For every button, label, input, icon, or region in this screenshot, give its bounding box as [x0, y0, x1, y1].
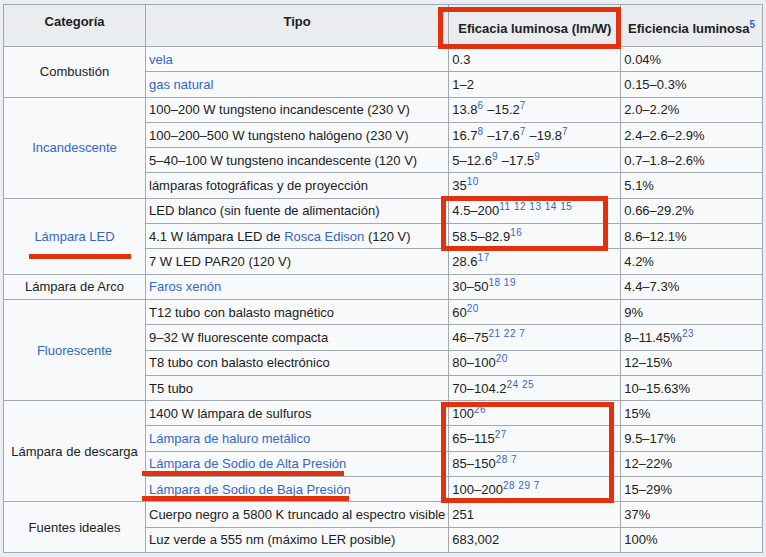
reference-link[interactable]: 20: [467, 302, 479, 313]
eficiencia-cell: 2.4–2.6–2.9%: [621, 122, 763, 147]
eficiencia-cell: 37%: [621, 502, 763, 527]
tipo-cell: 4.1 W lámpara LED de Rosca Edison (120 V…: [146, 224, 449, 249]
wiki-link[interactable]: Rosca Edison: [284, 229, 364, 244]
tipo-cell: T5 tubo: [146, 375, 449, 400]
table-row: Lámpara LEDLED blanco (sin fuente de ali…: [4, 198, 763, 223]
wiki-link[interactable]: Lámpara LED: [34, 229, 114, 244]
table-row: Incandescente100–200 W tungsteno incande…: [4, 97, 763, 122]
reference-link[interactable]: 28 7: [496, 454, 517, 465]
eficiencia-cell: 15–29%: [621, 477, 763, 502]
luminous-efficacy-table: CategoríaTipoEficacia luminosa (lm/W)Efi…: [3, 4, 763, 553]
tipo-cell: T12 tubo con balasto magnético: [146, 299, 449, 324]
eficiencia-cell: 9.5–17%: [621, 426, 763, 451]
eficiencia-cell: 4.2%: [621, 249, 763, 274]
eficacia-cell: 30–5018 19: [449, 274, 621, 299]
wiki-link[interactable]: Lámpara de Sodio de Alta Presión: [149, 456, 346, 471]
col-header-categoria: Categoría: [4, 5, 146, 47]
eficacia-cell: 85–15028 7: [449, 451, 621, 476]
reference-link[interactable]: 24 25: [507, 378, 535, 389]
eficiencia-cell: 0.15–0.3%: [621, 72, 763, 97]
eficacia-cell: 28.617: [449, 249, 621, 274]
eficacia-cell: 1–2: [449, 72, 621, 97]
wiki-link[interactable]: Lámpara de haluro metálico: [149, 431, 310, 446]
eficiencia-cell: 8.6–12.1%: [621, 224, 763, 249]
col-header-tipo: Tipo: [146, 5, 449, 47]
tipo-cell: 100–200–500 W tungsteno halógeno (230 V): [146, 122, 449, 147]
category-cell: Lámpara LED: [4, 198, 146, 274]
tipo-cell: vela: [146, 47, 449, 72]
header-row: CategoríaTipoEficacia luminosa (lm/W)Efi…: [4, 5, 763, 47]
eficacia-cell: 100–20028 29 7: [449, 477, 621, 502]
eficiencia-cell: 8–11.45%23: [621, 325, 763, 350]
category-cell: Lámpara de descarga: [4, 401, 146, 502]
reference-link[interactable]: 7: [562, 125, 568, 136]
eficiencia-cell: 9%: [621, 299, 763, 324]
wiki-link[interactable]: Faros xenón: [149, 279, 221, 294]
eficiencia-cell: 12–22%: [621, 451, 763, 476]
tipo-cell: 9–32 W fluorescente compacta: [146, 325, 449, 350]
reference-link[interactable]: 8: [478, 125, 484, 136]
tipo-cell: Lámpara de haluro metálico: [146, 426, 449, 451]
eficacia-cell: 70–104.224 25: [449, 375, 621, 400]
tipo-cell: Faros xenón: [146, 274, 449, 299]
tipo-cell: gas natural: [146, 72, 449, 97]
reference-link[interactable]: 16: [510, 226, 522, 237]
tipo-cell: 1400 W lámpara de sulfuros: [146, 401, 449, 426]
eficiencia-cell: 12–15%: [621, 350, 763, 375]
tipo-cell: Lámpara de Sodio de Baja Presión: [146, 477, 449, 502]
reference-link[interactable]: 7: [520, 100, 526, 111]
reference-link[interactable]: 10: [467, 176, 479, 187]
eficacia-cell: 3510: [449, 173, 621, 198]
eficacia-cell: 0.3: [449, 47, 621, 72]
col-header-eficacia: Eficacia luminosa (lm/W): [449, 5, 621, 47]
reference-link[interactable]: 27: [495, 429, 507, 440]
reference-link[interactable]: 5: [749, 19, 755, 30]
category-cell: Lámpara de Arco: [4, 274, 146, 299]
wiki-link[interactable]: gas natural: [149, 77, 213, 92]
reference-link[interactable]: 28 29 7: [503, 479, 540, 490]
tipo-cell: 7 W LED PAR20 (120 V): [146, 249, 449, 274]
table-row: Lámpara de ArcoFaros xenón30–5018 194.4–…: [4, 274, 763, 299]
eficiencia-cell: 100%: [621, 527, 763, 552]
col-header-eficiencia: Eficiencia luminosa5: [621, 5, 763, 47]
category-cell: Fluorescente: [4, 299, 146, 400]
table-row: Fuentes idealesCuerpo negro a 5800 K tru…: [4, 502, 763, 527]
eficiencia-cell: 5.1%: [621, 173, 763, 198]
reference-link[interactable]: 26: [474, 403, 486, 414]
reference-link[interactable]: 7: [520, 125, 526, 136]
eficiencia-cell: 10–15.63%: [621, 375, 763, 400]
eficacia-cell: 58.5–82.916: [449, 224, 621, 249]
eficacia-cell: 46–7521 22 7: [449, 325, 621, 350]
eficacia-cell: 5–12.69 –17.59: [449, 148, 621, 173]
reference-link[interactable]: 18 19: [488, 277, 516, 288]
wiki-link[interactable]: vela: [149, 52, 173, 67]
eficacia-cell: 10026: [449, 401, 621, 426]
wiki-link[interactable]: Lámpara de Sodio de Baja Presión: [149, 482, 351, 497]
reference-link[interactable]: 9: [492, 151, 498, 162]
eficacia-cell: 80–10020: [449, 350, 621, 375]
eficiencia-cell: 0.04%: [621, 47, 763, 72]
tipo-cell: LED blanco (sin fuente de alimentación): [146, 198, 449, 223]
reference-link[interactable]: 23: [682, 328, 694, 339]
eficacia-cell: 251: [449, 502, 621, 527]
eficiencia-cell: 4.4–7.3%: [621, 274, 763, 299]
eficiencia-cell: 0.66–29.2%: [621, 198, 763, 223]
eficacia-cell: 6020: [449, 299, 621, 324]
tipo-cell: T8 tubo con balasto electrónico: [146, 350, 449, 375]
eficiencia-cell: 2.0–2.2%: [621, 97, 763, 122]
reference-link[interactable]: 21 22 7: [488, 328, 525, 339]
tipo-cell: 100–200 W tungsteno incandescente (230 V…: [146, 97, 449, 122]
table-row: Lámpara de descarga1400 W lámpara de sul…: [4, 401, 763, 426]
category-cell: Combustión: [4, 47, 146, 98]
reference-link[interactable]: 9: [534, 151, 540, 162]
eficiencia-cell: 0.7–1.8–2.6%: [621, 148, 763, 173]
wiki-link[interactable]: Incandescente: [32, 140, 117, 155]
reference-link[interactable]: 11 12 13 14 15: [499, 201, 572, 212]
reference-link[interactable]: 6: [478, 100, 484, 111]
eficacia-cell: 16.78 –17.67 –19.87: [449, 122, 621, 147]
reference-link[interactable]: 20: [496, 353, 508, 364]
eficacia-cell: 65–11527: [449, 426, 621, 451]
wiki-link[interactable]: Fluorescente: [37, 343, 112, 358]
wikipedia-luminous-efficacy-page: CategoríaTipoEficacia luminosa (lm/W)Efi…: [0, 0, 766, 557]
reference-link[interactable]: 17: [478, 252, 490, 263]
